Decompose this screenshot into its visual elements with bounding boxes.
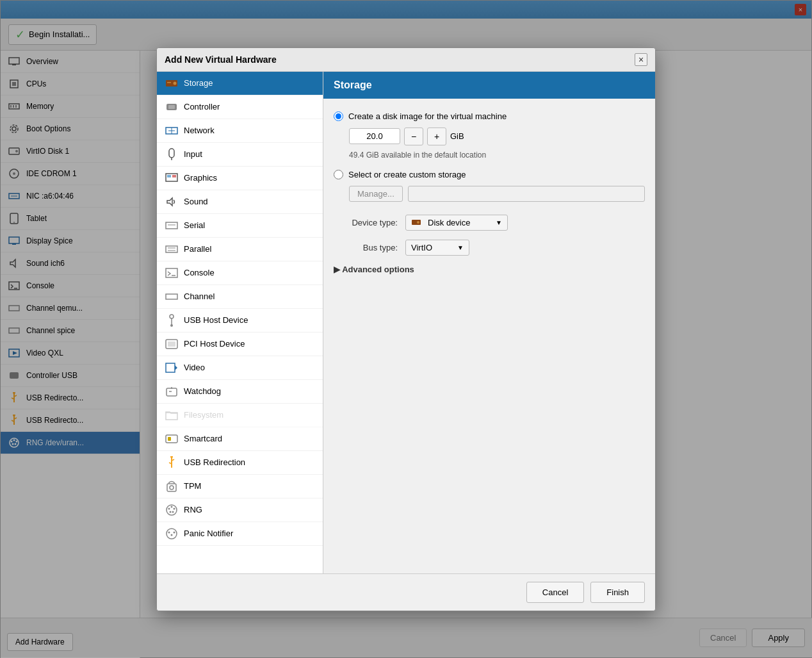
- list-item-smartcard[interactable]: Smartcard: [157, 427, 323, 451]
- decrement-button[interactable]: −: [404, 127, 423, 145]
- list-label-video: Video: [184, 363, 205, 372]
- list-item-controller[interactable]: Controller: [157, 95, 323, 119]
- list-item-parallel[interactable]: Parallel: [157, 238, 323, 261]
- svg-point-89: [166, 529, 177, 539]
- list-item-usb-host[interactable]: USB Host Device: [157, 309, 323, 333]
- panel-header: Storage: [323, 72, 655, 99]
- svg-rect-81: [167, 484, 176, 491]
- disk-device-icon: [411, 218, 421, 227]
- bus-type-arrow: ▼: [457, 244, 464, 251]
- size-unit: GiB: [450, 131, 464, 141]
- advanced-options-label: ▶ Advanced options: [334, 265, 414, 274]
- list-label-usb-redirect: USB Redirection: [184, 457, 245, 467]
- available-text: 49.4 GiB available in the default locati…: [349, 151, 645, 160]
- list-label-pci-host: PCI Host Device: [184, 339, 245, 349]
- device-type-label: Device type:: [334, 218, 398, 227]
- list-item-video[interactable]: Video: [157, 356, 323, 380]
- list-item-sound[interactable]: Sound: [157, 190, 323, 214]
- svg-rect-69: [166, 363, 175, 372]
- dialog-finish-button[interactable]: Finish: [590, 582, 645, 603]
- list-item-storage[interactable]: Storage: [157, 72, 323, 95]
- video-list-icon: [165, 361, 179, 375]
- list-label-usb-host: USB Host Device: [184, 315, 248, 325]
- list-item-graphics[interactable]: Graphics: [157, 167, 323, 190]
- svg-point-43: [174, 81, 177, 85]
- list-item-pci-host[interactable]: PCI Host Device: [157, 333, 323, 356]
- svg-point-92: [171, 534, 173, 536]
- list-item-rng[interactable]: RNG: [157, 498, 323, 522]
- hardware-type-list: Storage Controller Network: [157, 72, 323, 573]
- watchdog-list-icon: [165, 384, 179, 399]
- list-label-input: Input: [184, 149, 202, 159]
- svg-rect-76: [168, 437, 171, 441]
- svg-point-87: [170, 511, 172, 513]
- bus-type-dropdown[interactable]: VirtIO ▼: [405, 240, 469, 256]
- list-label-storage: Storage: [184, 78, 213, 88]
- list-item-network[interactable]: Network: [157, 119, 323, 143]
- dialog-cancel-button[interactable]: Cancel: [526, 582, 584, 603]
- list-label-rng: RNG: [184, 505, 202, 514]
- svg-point-82: [170, 486, 174, 489]
- svg-point-94: [417, 221, 419, 224]
- list-label-serial: Serial: [184, 220, 205, 230]
- list-item-watchdog[interactable]: Watchdog: [157, 380, 323, 404]
- advanced-options-toggle[interactable]: ▶ Advanced options: [334, 265, 645, 274]
- dialog-close-button[interactable]: ×: [635, 53, 647, 66]
- storage-path-input[interactable]: [408, 186, 645, 202]
- create-disk-radio[interactable]: [334, 111, 343, 121]
- device-type-value: Disk device: [428, 218, 470, 227]
- pci-host-list-icon: [165, 337, 179, 351]
- list-label-network: Network: [184, 126, 215, 135]
- list-label-graphics: Graphics: [184, 173, 217, 183]
- disk-size-input[interactable]: [349, 128, 400, 144]
- svg-point-84: [168, 507, 170, 509]
- list-label-parallel: Parallel: [184, 244, 211, 254]
- svg-rect-75: [166, 435, 177, 443]
- list-item-usb-redirect[interactable]: USB Redirection: [157, 451, 323, 475]
- list-item-console[interactable]: Console: [157, 261, 323, 285]
- svg-point-90: [168, 531, 170, 533]
- usb-redir-list-icon: [165, 456, 179, 470]
- svg-rect-56: [166, 222, 177, 229]
- dialog-title: Add New Virtual Hardware: [165, 54, 277, 65]
- list-label-channel: Channel: [184, 292, 215, 301]
- panel-content: Create a disk image for the virtual mach…: [323, 99, 655, 573]
- usb-host-list-icon: [165, 313, 179, 327]
- svg-rect-46: [168, 105, 175, 109]
- svg-rect-71: [166, 388, 177, 396]
- list-item-input[interactable]: Input: [157, 143, 323, 167]
- channel-list-icon: [165, 290, 179, 304]
- svg-marker-70: [175, 365, 177, 370]
- list-item-serial[interactable]: Serial: [157, 214, 323, 238]
- dialog-body: Storage Controller Network: [157, 72, 655, 573]
- device-type-dropdown[interactable]: Disk device ▼: [405, 215, 508, 231]
- list-item-panic[interactable]: Panic Notifier: [157, 522, 323, 546]
- svg-point-86: [174, 507, 175, 509]
- custom-storage-radio-row: Select or create custom storage: [334, 170, 645, 179]
- panel-title: Storage: [334, 79, 372, 90]
- list-item-channel[interactable]: Channel: [157, 285, 323, 309]
- console-list-icon: [165, 266, 179, 280]
- add-hardware-dialog: Add New Virtual Hardware × Storage: [156, 47, 656, 611]
- manage-button[interactable]: Manage...: [349, 186, 403, 202]
- tpm-list-icon: [165, 479, 179, 493]
- bus-type-label: Bus type:: [334, 243, 398, 252]
- svg-rect-58: [166, 246, 177, 252]
- custom-storage-row: Manage...: [349, 186, 645, 202]
- custom-storage-radio[interactable]: [334, 170, 343, 179]
- svg-rect-61: [166, 268, 177, 277]
- create-disk-row: Create a disk image for the virtual mach…: [334, 111, 645, 121]
- list-label-smartcard: Smartcard: [184, 434, 222, 443]
- panic-list-icon: [165, 527, 179, 541]
- custom-storage-label: Select or create custom storage: [348, 170, 466, 179]
- bus-type-row: Bus type: VirtIO ▼: [334, 240, 645, 256]
- storage-panel: Storage Create a disk image for the virt…: [323, 72, 655, 573]
- increment-button[interactable]: +: [427, 127, 446, 145]
- list-item-tpm[interactable]: TPM: [157, 475, 323, 498]
- list-label-console: Console: [184, 268, 215, 277]
- parallel-list-icon: [165, 242, 179, 256]
- create-disk-group: Create a disk image for the virtual mach…: [334, 111, 645, 160]
- input-list-icon: [165, 147, 179, 161]
- svg-point-66: [170, 324, 173, 327]
- svg-rect-53: [167, 175, 171, 177]
